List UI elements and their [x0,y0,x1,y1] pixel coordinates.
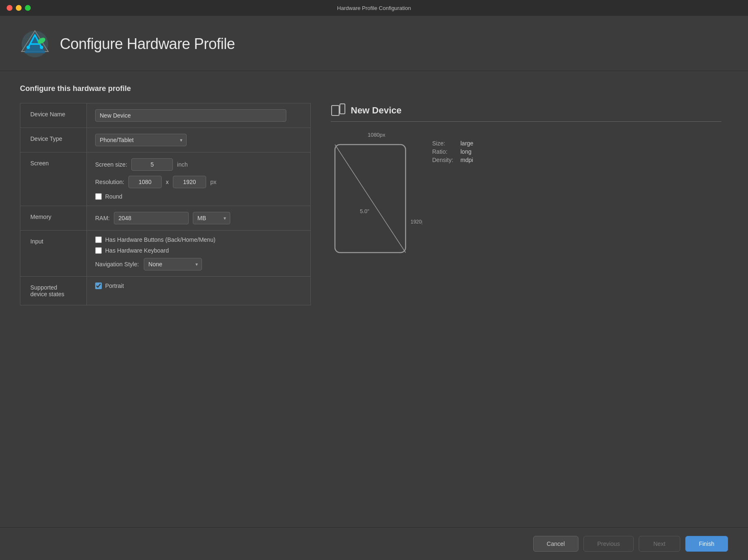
portrait-label[interactable]: Portrait [105,282,124,289]
app-logo-icon [20,29,50,59]
spec-density-label: Density: [432,157,457,163]
screen-row: Screen Screen size: inch Resolution: [20,152,311,206]
spec-density-value: mdpi [460,157,473,163]
screen-size-unit: inch [177,161,188,168]
close-button[interactable] [7,5,12,11]
spec-density-row: Density: mdpi [432,157,473,163]
nav-style-dropdown-wrapper: None D-pad Trackball Wheel [144,258,202,270]
form-table: Device Name Device Type Phone/Tablet [20,103,311,305]
header-section: Configure Hardware Profile [0,16,748,71]
screen-size-label: Screen size: [95,161,127,168]
device-type-dropdown[interactable]: Phone/Tablet TV Wear OS Desktop Automoti… [95,134,187,146]
content-area: Device Name Device Type Phone/Tablet [20,103,728,517]
maximize-button[interactable] [25,5,31,11]
spec-ratio-row: Ratio: long [432,148,473,155]
window-title: Hardware Profile Configuration [337,5,411,11]
device-type-row: Device Type Phone/Tablet TV Wear OS Desk… [20,128,311,152]
hardware-buttons-label[interactable]: Has Hardware Buttons (Back/Home/Menu) [105,236,215,243]
device-specs: Size: large Ratio: long Density: mdpi [432,140,473,163]
hardware-buttons-checkbox[interactable] [95,236,102,243]
spec-size-value: large [460,140,473,147]
ram-input[interactable] [114,212,189,224]
title-bar: Hardware Profile Configuration [0,0,748,16]
round-label[interactable]: Round [105,193,122,200]
nav-style-label: Navigation Style: [95,261,139,268]
screen-label: Screen [20,152,87,206]
device-top-label: 1080px [368,132,386,138]
svg-rect-6 [340,104,345,114]
nav-style-row: Navigation Style: None D-pad Trackball W… [95,258,302,270]
device-name-cell [87,103,311,128]
ram-label: RAM: [95,215,110,221]
device-preview-icon [331,103,346,118]
nav-style-dropdown[interactable]: None D-pad Trackball Wheel [144,258,202,270]
page-title: Configure Hardware Profile [60,35,235,53]
previous-button[interactable]: Previous [583,536,633,552]
hardware-keyboard-label[interactable]: Has Hardware Keyboard [105,247,169,254]
screen-size-row: Screen size: inch [95,158,302,171]
screen-cell: Screen size: inch Resolution: x px [87,152,311,206]
resolution-row: Resolution: x px [95,176,302,188]
supported-states-row: Supporteddevice states Portrait [20,277,311,305]
svg-point-3 [40,46,43,49]
device-diagram-svg: 5.0" 1920px [331,140,422,261]
memory-cell: RAM: MB GB [87,206,311,231]
supported-states-label: Supporteddevice states [20,277,87,305]
supported-states-cell: Portrait [87,277,311,305]
device-name-row: Device Name [20,103,311,128]
resolution-x-input[interactable] [128,176,162,188]
svg-text:1920px: 1920px [411,219,422,225]
footer: Cancel Previous Next Finish [0,527,748,560]
resolution-label: Resolution: [95,179,124,185]
ram-unit-dropdown[interactable]: MB GB [193,212,230,224]
next-button[interactable]: Next [639,536,680,552]
finish-button[interactable]: Finish [685,536,728,552]
resolution-sep: x [166,179,169,185]
preview-content: 1080px 5.0" 1920px [331,132,721,263]
svg-line-8 [335,145,406,253]
device-name-input[interactable] [95,109,286,122]
preview-panel: New Device 1080px [324,103,728,517]
resolution-y-input[interactable] [173,176,206,188]
svg-rect-5 [332,106,339,115]
device-frame-wrapper: 5.0" 1920px [331,140,422,263]
svg-point-2 [27,46,30,49]
device-type-label: Device Type [20,128,87,152]
input-label: Input [20,231,87,277]
minimize-button[interactable] [16,5,22,11]
supported-states-text: Supporteddevice states [30,284,64,297]
input-cell: Has Hardware Buttons (Back/Home/Menu) Ha… [87,231,311,277]
main-content: Configure Hardware Profile Configure thi… [0,16,748,560]
preview-header: New Device [331,103,721,118]
hardware-buttons-row: Has Hardware Buttons (Back/Home/Menu) [95,236,302,243]
ram-unit-wrapper: MB GB [193,212,230,224]
form-panel: Device Name Device Type Phone/Tablet [20,103,311,517]
memory-controls: RAM: MB GB [95,212,302,224]
device-type-cell: Phone/Tablet TV Wear OS Desktop Automoti… [87,128,311,152]
round-row: Round [95,193,302,200]
hardware-keyboard-checkbox[interactable] [95,247,102,254]
input-row: Input Has Hardware Buttons (Back/Home/Me… [20,231,311,277]
spec-ratio-label: Ratio: [432,148,457,155]
round-checkbox[interactable] [95,193,102,200]
preview-device-name: New Device [351,105,401,116]
portrait-row: Portrait [95,282,302,289]
resolution-unit: px [210,179,217,185]
portrait-checkbox[interactable] [95,282,102,289]
section-subtitle: Configure this hardware profile [20,84,728,93]
device-name-label: Device Name [20,103,87,128]
device-diagram-container: 1080px 5.0" 1920px [331,132,422,263]
preview-divider [331,121,721,122]
device-type-dropdown-wrapper: Phone/Tablet TV Wear OS Desktop Automoti… [95,134,187,146]
memory-label: Memory [20,206,87,231]
spec-size-label: Size: [432,140,457,147]
svg-text:5.0": 5.0" [360,208,369,214]
hardware-keyboard-row: Has Hardware Keyboard [95,247,302,254]
memory-row: Memory RAM: MB GB [20,206,311,231]
body-section: Configure this hardware profile Device N… [0,71,748,527]
screen-grid: Screen size: inch Resolution: x px [95,158,302,200]
traffic-lights [7,5,31,11]
cancel-button[interactable]: Cancel [533,536,579,552]
spec-size-row: Size: large [432,140,473,147]
screen-size-input[interactable] [131,158,173,171]
